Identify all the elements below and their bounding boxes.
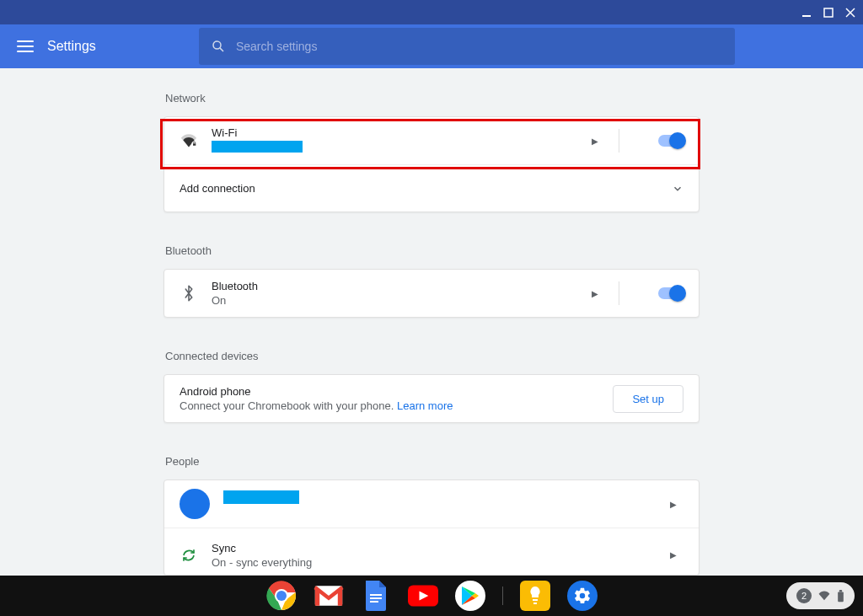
svg-rect-7 — [193, 143, 196, 146]
taskbar-separator — [502, 587, 503, 605]
status-tray[interactable]: 2 — [786, 582, 855, 609]
wifi-row[interactable]: Wi-Fi ▶ — [164, 117, 699, 164]
play-store-icon[interactable] — [455, 581, 485, 611]
minimize-button[interactable] — [801, 7, 812, 19]
chevron-right-icon: ▶ — [592, 289, 598, 298]
search-icon — [211, 39, 226, 54]
bluetooth-toggle[interactable] — [658, 287, 683, 299]
learn-more-link[interactable]: Learn more — [397, 399, 453, 412]
separator — [619, 281, 619, 305]
tray-battery-icon — [837, 590, 844, 603]
svg-rect-17 — [533, 603, 537, 604]
bluetooth-sub: On — [212, 294, 578, 307]
svg-point-4 — [213, 41, 221, 49]
svg-rect-16 — [533, 599, 538, 601]
svg-rect-13 — [370, 597, 382, 599]
avatar — [180, 489, 210, 519]
chevron-down-icon — [672, 183, 683, 195]
sync-icon — [180, 548, 198, 563]
settings-icon[interactable] — [567, 581, 598, 611]
bluetooth-title: Bluetooth — [212, 280, 578, 292]
wifi-title: Wi-Fi — [212, 126, 578, 139]
svg-line-5 — [220, 48, 223, 51]
svg-rect-14 — [370, 601, 378, 603]
add-connection-title: Add connection — [180, 182, 658, 195]
notification-count: 2 — [796, 588, 812, 603]
set-up-button[interactable]: Set up — [613, 385, 683, 413]
app-title: Settings — [47, 39, 96, 54]
chevron-right-icon: ▶ — [670, 500, 677, 509]
sync-title: Sync — [212, 542, 657, 554]
add-connection-row[interactable]: Add connection — [164, 164, 699, 212]
chevron-right-icon: ▶ — [670, 550, 677, 560]
account-name-redacted — [223, 490, 299, 504]
section-title-network: Network — [165, 92, 700, 104]
android-phone-sub: Connect your Chromebook with your phone.… — [180, 399, 599, 412]
window-chrome — [0, 0, 863, 24]
section-title-people: People — [165, 455, 700, 468]
bluetooth-icon — [180, 285, 198, 302]
chrome-icon[interactable] — [266, 581, 297, 611]
app-header: Settings — [0, 24, 863, 68]
svg-rect-12 — [370, 594, 382, 596]
tray-wifi-icon — [818, 591, 830, 601]
settings-content: Network Wi-Fi ▶ — [0, 68, 863, 576]
account-row[interactable]: ▶ — [164, 480, 699, 528]
keep-icon[interactable] — [520, 581, 550, 611]
android-phone-subtext: Connect your Chromebook with your phone. — [180, 399, 397, 412]
wifi-toggle[interactable] — [658, 135, 683, 147]
search-bar[interactable] — [199, 28, 735, 65]
search-input[interactable] — [236, 40, 723, 53]
svg-rect-1 — [824, 8, 833, 17]
svg-rect-19 — [839, 590, 842, 592]
android-phone-row: Android phone Connect your Chromebook wi… — [164, 375, 699, 422]
bluetooth-card: Bluetooth On ▶ — [163, 269, 700, 318]
menu-button[interactable] — [17, 40, 34, 52]
wifi-icon — [180, 133, 198, 148]
people-card: ▶ Sync On - sync everything ▶ — [163, 479, 700, 576]
separator — [619, 129, 619, 153]
svg-point-10 — [276, 591, 287, 601]
youtube-icon[interactable] — [408, 581, 438, 611]
svg-rect-18 — [838, 592, 844, 602]
close-button[interactable] — [844, 7, 856, 19]
maximize-button[interactable] — [823, 7, 834, 19]
sync-row[interactable]: Sync On - sync everything ▶ — [164, 528, 699, 575]
chevron-right-icon: ▶ — [592, 137, 598, 146]
taskbar — [0, 576, 863, 616]
connected-devices-card: Android phone Connect your Chromebook wi… — [163, 374, 700, 423]
wifi-network-name-redacted — [212, 141, 303, 153]
section-title-connected: Connected devices — [165, 350, 700, 362]
docs-icon[interactable] — [361, 581, 391, 611]
gmail-icon[interactable] — [314, 581, 344, 611]
android-phone-title: Android phone — [180, 385, 599, 398]
network-card: Wi-Fi ▶ Add connection — [163, 116, 700, 212]
sync-sub: On - sync everything — [212, 556, 657, 569]
section-title-bluetooth: Bluetooth — [165, 244, 700, 257]
bluetooth-row[interactable]: Bluetooth On ▶ — [164, 270, 699, 317]
